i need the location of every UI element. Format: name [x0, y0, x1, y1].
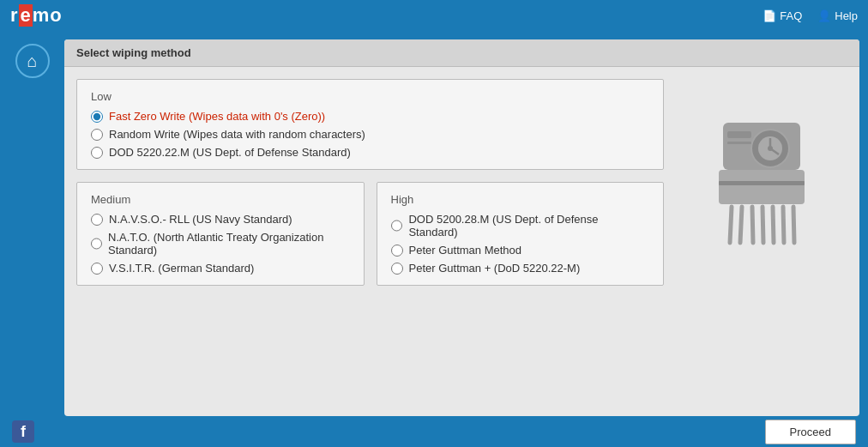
option-vsitr-label: V.S.I.T.R. (German Standard) — [109, 262, 254, 275]
radio-fast-zero[interactable] — [91, 111, 103, 123]
svg-rect-7 — [727, 142, 751, 144]
option-navso-label: N.A.V.S.O.- RLL (US Navy Standard) — [109, 213, 292, 226]
svg-line-10 — [730, 207, 732, 243]
faq-button[interactable]: 📄 FAQ — [763, 9, 802, 22]
top-nav: 📄 FAQ 👤 Help — [763, 9, 858, 22]
radio-dod-5220[interactable] — [91, 147, 103, 159]
option-random-write[interactable]: Random Write (Wipes data with random cha… — [91, 128, 649, 141]
help-button[interactable]: 👤 Help — [817, 9, 858, 22]
radio-nato[interactable] — [91, 238, 102, 250]
bottom-bar: f Proceed — [0, 416, 868, 447]
top-bar: r e mo 📄 FAQ 👤 Help — [0, 0, 868, 31]
option-nato-label: N.A.T.O. (North Atlantic Treaty Organiza… — [108, 231, 350, 257]
svg-line-16 — [793, 207, 794, 243]
option-random-write-label: Random Write (Wipes data with random cha… — [109, 128, 365, 141]
option-navso[interactable]: N.A.V.S.O.- RLL (US Navy Standard) — [91, 213, 350, 226]
panel-title: Select wiping method — [76, 46, 191, 59]
medium-high-row: Medium N.A.V.S.O.- RLL (US Navy Standard… — [76, 182, 664, 286]
shredder-icon — [706, 114, 817, 251]
medium-label: Medium — [91, 193, 350, 206]
sidebar: ⌂ — [9, 39, 56, 416]
svg-point-5 — [768, 146, 773, 151]
option-fast-zero-label: Fast Zero Write (Wipes data with 0's (Ze… — [109, 110, 325, 123]
proceed-button[interactable]: Proceed — [765, 420, 856, 444]
radio-peter-guttman[interactable] — [391, 245, 403, 257]
option-vsitr[interactable]: V.S.I.T.R. (German Standard) — [91, 262, 350, 275]
option-dod-5220-label: DOD 5220.22.M (US Dept. of Defense Stand… — [109, 146, 351, 159]
option-dod-5200[interactable]: DOD 5200.28.M (US Dept. of Defense Stand… — [391, 213, 650, 239]
options-area: Low Fast Zero Write (Wipes data with 0's… — [76, 79, 664, 286]
radio-vsitr[interactable] — [91, 263, 103, 275]
option-fast-zero[interactable]: Fast Zero Write (Wipes data with 0's (Ze… — [91, 110, 649, 123]
option-dod-5200-label: DOD 5200.28.M (US Dept. of Defense Stand… — [408, 213, 649, 239]
radio-dod-5200[interactable] — [391, 220, 403, 232]
svg-rect-9 — [719, 181, 805, 185]
option-peter-guttman[interactable]: Peter Guttman Method — [391, 244, 650, 257]
low-label: Low — [91, 90, 649, 103]
svg-line-11 — [740, 207, 742, 243]
faq-icon: 📄 — [763, 9, 776, 22]
option-peter-guttman-label: Peter Guttman Method — [409, 244, 522, 257]
main-area: ⌂ Select wiping method Low Fast Zero Wri… — [0, 31, 868, 416]
help-label: Help — [835, 9, 858, 22]
home-icon: ⌂ — [27, 51, 37, 71]
high-group: High DOD 5200.28.M (US Dept. of Defense … — [377, 182, 665, 286]
shredder-illustration — [676, 79, 847, 286]
facebook-icon: f — [21, 423, 26, 441]
svg-line-12 — [752, 207, 753, 243]
svg-line-13 — [763, 207, 763, 243]
medium-group: Medium N.A.V.S.O.- RLL (US Navy Standard… — [76, 182, 365, 286]
logo: r e mo — [10, 4, 63, 27]
home-button[interactable]: ⌂ — [15, 44, 50, 78]
option-nato[interactable]: N.A.T.O. (North Atlantic Treaty Organiza… — [91, 231, 350, 257]
svg-rect-6 — [727, 131, 751, 138]
facebook-button[interactable]: f — [12, 420, 34, 443]
panel-header: Select wiping method — [64, 39, 859, 67]
radio-navso[interactable] — [91, 214, 103, 226]
high-label: High — [391, 193, 650, 206]
option-peter-guttman-plus-label: Peter Guttman + (DoD 5220.22-M) — [409, 262, 581, 275]
panel-body: Low Fast Zero Write (Wipes data with 0's… — [64, 67, 859, 298]
option-dod-5220[interactable]: DOD 5220.22.M (US Dept. of Defense Stand… — [91, 146, 649, 159]
low-group: Low Fast Zero Write (Wipes data with 0's… — [76, 79, 664, 170]
svg-line-14 — [773, 207, 774, 243]
option-peter-guttman-plus[interactable]: Peter Guttman + (DoD 5220.22-M) — [391, 262, 650, 275]
content-panel: Select wiping method Low Fast Zero Write… — [64, 39, 859, 416]
radio-random-write[interactable] — [91, 129, 103, 141]
help-icon: 👤 — [817, 9, 831, 22]
faq-label: FAQ — [780, 9, 802, 22]
svg-line-15 — [783, 207, 784, 243]
radio-peter-guttman-plus[interactable] — [391, 263, 403, 275]
svg-rect-8 — [719, 170, 805, 204]
